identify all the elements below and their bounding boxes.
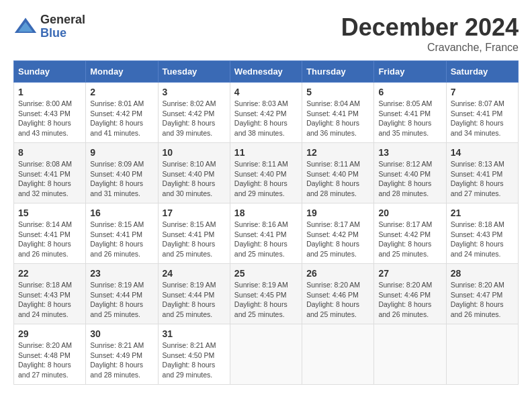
day-number: 18 xyxy=(234,208,298,218)
day-info: Sunrise: 8:21 AMSunset: 4:49 PMDaylight:… xyxy=(90,340,153,380)
weekday-header-sunday: Sunday xyxy=(14,61,86,83)
day-info: Sunrise: 8:14 AMSunset: 4:41 PMDaylight:… xyxy=(18,220,81,259)
logo-line2: Blue xyxy=(40,27,85,40)
day-number: 14 xyxy=(451,147,514,158)
day-number: 30 xyxy=(90,328,153,339)
calendar-cell: 27Sunrise: 8:20 AMSunset: 4:46 PMDayligh… xyxy=(374,264,446,324)
title-area: December 2024 Cravanche, France xyxy=(341,13,519,54)
day-number: 17 xyxy=(163,208,226,218)
day-info: Sunrise: 8:07 AMSunset: 4:41 PMDaylight:… xyxy=(451,99,514,138)
calendar-week-row: 8Sunrise: 8:08 AMSunset: 4:41 PMDaylight… xyxy=(14,143,519,203)
day-info: Sunrise: 8:20 AMSunset: 4:47 PMDaylight:… xyxy=(451,280,514,320)
calendar-cell: 30Sunrise: 8:21 AMSunset: 4:49 PMDayligh… xyxy=(86,324,158,385)
calendar-cell: 21Sunrise: 8:18 AMSunset: 4:43 PMDayligh… xyxy=(446,203,518,264)
day-number: 10 xyxy=(163,147,226,158)
day-info: Sunrise: 8:11 AMSunset: 4:40 PMDaylight:… xyxy=(306,159,369,199)
day-info: Sunrise: 8:18 AMSunset: 4:43 PMDaylight:… xyxy=(18,280,81,320)
weekday-header-tuesday: Tuesday xyxy=(158,61,230,83)
calendar-cell: 6Sunrise: 8:05 AMSunset: 4:41 PMDaylight… xyxy=(374,83,446,143)
calendar-cell: 7Sunrise: 8:07 AMSunset: 4:41 PMDaylight… xyxy=(446,83,518,143)
calendar-cell: 12Sunrise: 8:11 AMSunset: 4:40 PMDayligh… xyxy=(302,143,374,203)
day-info: Sunrise: 8:02 AMSunset: 4:42 PMDaylight:… xyxy=(163,99,226,138)
calendar-cell xyxy=(446,324,518,385)
calendar-cell: 31Sunrise: 8:21 AMSunset: 4:50 PMDayligh… xyxy=(158,324,230,385)
day-number: 4 xyxy=(234,87,298,97)
calendar-cell: 20Sunrise: 8:17 AMSunset: 4:42 PMDayligh… xyxy=(374,203,446,264)
calendar-cell: 2Sunrise: 8:01 AMSunset: 4:42 PMDaylight… xyxy=(86,83,158,143)
day-number: 5 xyxy=(306,87,369,97)
weekday-header-saturday: Saturday xyxy=(446,61,518,83)
day-number: 15 xyxy=(18,208,81,218)
location-title: Cravanche, France xyxy=(341,42,519,54)
day-info: Sunrise: 8:20 AMSunset: 4:46 PMDaylight:… xyxy=(306,280,369,320)
calendar-cell: 16Sunrise: 8:15 AMSunset: 4:41 PMDayligh… xyxy=(86,203,158,264)
calendar-week-row: 22Sunrise: 8:18 AMSunset: 4:43 PMDayligh… xyxy=(14,264,519,324)
day-number: 25 xyxy=(234,268,298,279)
calendar-cell: 13Sunrise: 8:12 AMSunset: 4:40 PMDayligh… xyxy=(374,143,446,203)
day-info: Sunrise: 8:05 AMSunset: 4:41 PMDaylight:… xyxy=(378,99,441,138)
calendar-week-row: 1Sunrise: 8:00 AMSunset: 4:43 PMDaylight… xyxy=(14,83,519,143)
day-info: Sunrise: 8:12 AMSunset: 4:40 PMDaylight:… xyxy=(378,159,441,199)
calendar-cell: 24Sunrise: 8:19 AMSunset: 4:44 PMDayligh… xyxy=(158,264,230,324)
day-number: 29 xyxy=(18,328,81,339)
day-info: Sunrise: 8:15 AMSunset: 4:41 PMDaylight:… xyxy=(163,220,226,259)
logo: General Blue xyxy=(13,13,85,40)
day-info: Sunrise: 8:17 AMSunset: 4:42 PMDaylight:… xyxy=(378,220,441,259)
day-number: 1 xyxy=(18,87,81,97)
weekday-header-monday: Monday xyxy=(86,61,158,83)
day-info: Sunrise: 8:18 AMSunset: 4:43 PMDaylight:… xyxy=(451,220,514,259)
day-info: Sunrise: 8:16 AMSunset: 4:41 PMDaylight:… xyxy=(234,220,298,259)
weekday-header-wednesday: Wednesday xyxy=(230,61,302,83)
logo-line1: General xyxy=(40,13,85,27)
day-info: Sunrise: 8:20 AMSunset: 4:46 PMDaylight:… xyxy=(378,280,441,320)
calendar-cell: 5Sunrise: 8:04 AMSunset: 4:41 PMDaylight… xyxy=(302,83,374,143)
calendar-cell: 3Sunrise: 8:02 AMSunset: 4:42 PMDaylight… xyxy=(158,83,230,143)
calendar-cell xyxy=(374,324,446,385)
day-info: Sunrise: 8:04 AMSunset: 4:41 PMDaylight:… xyxy=(306,99,369,138)
calendar-cell: 19Sunrise: 8:17 AMSunset: 4:42 PMDayligh… xyxy=(302,203,374,264)
calendar-cell: 14Sunrise: 8:13 AMSunset: 4:41 PMDayligh… xyxy=(446,143,518,203)
weekday-header-friday: Friday xyxy=(374,61,446,83)
day-info: Sunrise: 8:17 AMSunset: 4:42 PMDaylight:… xyxy=(306,220,369,259)
day-number: 23 xyxy=(90,268,153,279)
day-number: 28 xyxy=(451,268,514,279)
calendar-cell: 10Sunrise: 8:10 AMSunset: 4:40 PMDayligh… xyxy=(158,143,230,203)
day-number: 7 xyxy=(451,87,514,97)
day-info: Sunrise: 8:08 AMSunset: 4:41 PMDaylight:… xyxy=(18,159,81,199)
calendar-cell: 26Sunrise: 8:20 AMSunset: 4:46 PMDayligh… xyxy=(302,264,374,324)
calendar-cell: 18Sunrise: 8:16 AMSunset: 4:41 PMDayligh… xyxy=(230,203,302,264)
day-info: Sunrise: 8:21 AMSunset: 4:50 PMDaylight:… xyxy=(163,340,226,380)
day-info: Sunrise: 8:19 AMSunset: 4:44 PMDaylight:… xyxy=(163,280,226,320)
day-number: 22 xyxy=(18,268,81,279)
calendar-table: SundayMondayTuesdayWednesdayThursdayFrid… xyxy=(13,60,519,385)
day-info: Sunrise: 8:03 AMSunset: 4:42 PMDaylight:… xyxy=(234,99,298,138)
day-number: 31 xyxy=(163,328,226,339)
day-info: Sunrise: 8:11 AMSunset: 4:40 PMDaylight:… xyxy=(234,159,298,199)
day-number: 24 xyxy=(163,268,226,279)
calendar-cell: 29Sunrise: 8:20 AMSunset: 4:48 PMDayligh… xyxy=(14,324,86,385)
calendar-cell: 8Sunrise: 8:08 AMSunset: 4:41 PMDaylight… xyxy=(14,143,86,203)
calendar-cell: 15Sunrise: 8:14 AMSunset: 4:41 PMDayligh… xyxy=(14,203,86,264)
day-number: 2 xyxy=(90,87,153,97)
day-number: 26 xyxy=(306,268,369,279)
weekday-header-thursday: Thursday xyxy=(302,61,374,83)
day-number: 3 xyxy=(163,87,226,97)
day-info: Sunrise: 8:01 AMSunset: 4:42 PMDaylight:… xyxy=(90,99,153,138)
day-info: Sunrise: 8:19 AMSunset: 4:44 PMDaylight:… xyxy=(90,280,153,320)
weekday-header-row: SundayMondayTuesdayWednesdayThursdayFrid… xyxy=(14,61,519,83)
calendar-cell: 22Sunrise: 8:18 AMSunset: 4:43 PMDayligh… xyxy=(14,264,86,324)
calendar-week-row: 29Sunrise: 8:20 AMSunset: 4:48 PMDayligh… xyxy=(14,324,519,385)
day-info: Sunrise: 8:13 AMSunset: 4:41 PMDaylight:… xyxy=(451,159,514,199)
day-number: 19 xyxy=(306,208,369,218)
calendar-cell xyxy=(302,324,374,385)
day-number: 13 xyxy=(378,147,441,158)
day-info: Sunrise: 8:20 AMSunset: 4:48 PMDaylight:… xyxy=(18,340,81,380)
calendar-cell: 4Sunrise: 8:03 AMSunset: 4:42 PMDaylight… xyxy=(230,83,302,143)
calendar-cell: 23Sunrise: 8:19 AMSunset: 4:44 PMDayligh… xyxy=(86,264,158,324)
calendar-cell: 9Sunrise: 8:09 AMSunset: 4:40 PMDaylight… xyxy=(86,143,158,203)
day-number: 21 xyxy=(451,208,514,218)
day-number: 9 xyxy=(90,147,153,158)
day-number: 11 xyxy=(234,147,298,158)
calendar-cell: 1Sunrise: 8:00 AMSunset: 4:43 PMDaylight… xyxy=(14,83,86,143)
day-info: Sunrise: 8:00 AMSunset: 4:43 PMDaylight:… xyxy=(18,99,81,138)
